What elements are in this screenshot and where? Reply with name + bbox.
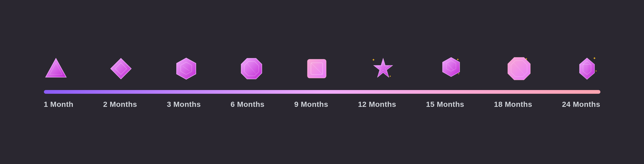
timeline-container: ✦ ✦ [28,55,616,109]
icon-hexagon [174,57,198,81]
label-18months: 18 Months [494,100,532,109]
label-text-3months: 3 Months [167,100,201,109]
icon-triangle [44,57,68,81]
label-text-2months: 2 Months [103,100,137,109]
svg-text:✦: ✦ [389,75,391,78]
milestone-18months: ✦ ✦ [506,55,532,82]
milestone-1month [44,57,68,81]
icon-octagon2: ✦ ✦ [506,55,532,82]
label-text-1month: 1 Month [44,100,74,109]
label-9months: 9 Months [294,100,328,109]
svg-text:✦: ✦ [372,58,375,62]
label-3months: 3 Months [167,100,201,109]
label-text-6months: 6 Months [231,100,265,109]
label-2months: 2 Months [103,100,137,109]
label-1month: 1 Month [44,100,74,109]
milestone-15months: ✦ ✦ [438,55,464,82]
svg-text:✦: ✦ [595,70,597,72]
milestone-3months [174,57,198,81]
progress-bar-container [28,90,616,94]
milestone-6months [239,57,264,81]
icon-gem: ✦ ✦ [574,55,600,82]
milestone-2months [109,57,133,81]
icon-hexagon2: ✦ ✦ [438,55,464,82]
label-text-24months: 24 Months [562,100,600,109]
milestone-24months: ✦ ✦ [574,55,600,82]
svg-text:✦: ✦ [593,56,596,60]
label-text-12months: 12 Months [358,100,396,109]
labels-row: 1 Month 2 Months 3 Months 6 Months 9 Mon… [28,100,616,109]
icon-star: ✦ ✦ [370,55,397,82]
icon-diamond [109,57,133,81]
icon-square [305,57,329,81]
icon-octagon [239,57,264,81]
milestone-12months: ✦ ✦ [370,55,397,82]
svg-text:✦: ✦ [458,73,460,75]
icons-row: ✦ ✦ [28,55,616,82]
svg-marker-2 [111,58,131,79]
label-12months: 12 Months [358,100,396,109]
label-text-9months: 9 Months [294,100,328,109]
label-24months: 24 Months [562,100,600,109]
label-text-18months: 18 Months [494,100,532,109]
label-text-15months: 15 Months [426,100,464,109]
progress-bar [44,90,600,94]
milestone-9months [305,57,329,81]
label-15months: 15 Months [426,100,464,109]
label-6months: 6 Months [231,100,265,109]
